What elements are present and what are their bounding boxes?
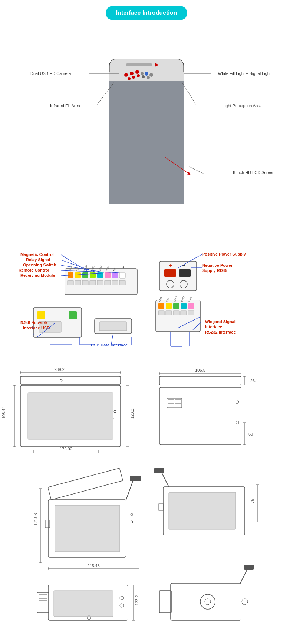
svg-text:239.2: 239.2 xyxy=(54,367,65,372)
svg-text:60: 60 xyxy=(248,432,253,436)
svg-text:245.48: 245.48 xyxy=(87,564,100,568)
svg-rect-93 xyxy=(173,303,179,309)
page-header: Interface Introduction xyxy=(0,0,293,24)
svg-rect-99 xyxy=(181,310,187,315)
dimensions-diagram: 239.2 108.44 123.2 173.02 105.5 xyxy=(0,365,293,454)
svg-rect-186 xyxy=(54,591,113,617)
svg-point-8 xyxy=(141,72,144,75)
svg-point-197 xyxy=(205,599,211,605)
svg-text:+: + xyxy=(169,262,173,269)
svg-rect-74 xyxy=(37,311,45,319)
svg-point-7 xyxy=(135,70,139,74)
svg-rect-97 xyxy=(166,310,172,315)
svg-line-25 xyxy=(189,167,204,174)
svg-rect-38 xyxy=(90,280,96,285)
svg-rect-115 xyxy=(20,376,121,384)
svg-text:Negative Power: Negative Power xyxy=(202,263,233,267)
angled-diagram: 121.96 245.48 75 xyxy=(0,466,293,630)
svg-rect-95 xyxy=(188,303,194,309)
svg-text:Remote Control: Remote Control xyxy=(19,268,49,272)
svg-text:26.1: 26.1 xyxy=(250,378,258,383)
svg-point-5 xyxy=(124,73,128,77)
svg-point-15 xyxy=(147,76,150,79)
svg-rect-37 xyxy=(82,280,88,285)
svg-rect-36 xyxy=(75,280,81,285)
svg-text:Magnetic Control: Magnetic Control xyxy=(20,252,54,257)
svg-rect-150 xyxy=(175,400,181,403)
svg-text:123.2: 123.2 xyxy=(135,595,139,605)
interface-diagram: PUSH GND PUSH GND COM COM NC ✦ Magnetic … xyxy=(0,224,293,358)
svg-point-6 xyxy=(130,72,134,75)
svg-rect-35 xyxy=(68,280,73,285)
svg-rect-98 xyxy=(173,310,179,315)
svg-point-123 xyxy=(114,403,116,405)
svg-point-198 xyxy=(242,599,248,605)
svg-rect-194 xyxy=(171,583,241,620)
svg-rect-161 xyxy=(48,468,123,500)
svg-point-167 xyxy=(131,521,133,523)
svg-text:RS232 Interface: RS232 Interface xyxy=(205,330,236,334)
svg-point-187 xyxy=(120,596,124,600)
svg-line-199 xyxy=(240,568,248,583)
svg-rect-96 xyxy=(158,310,164,315)
svg-point-166 xyxy=(131,513,133,516)
svg-point-9 xyxy=(145,72,148,76)
svg-rect-34 xyxy=(119,272,125,278)
svg-rect-39 xyxy=(97,280,103,285)
svg-rect-180 xyxy=(169,492,236,529)
svg-text:75: 75 xyxy=(250,499,255,503)
svg-rect-40 xyxy=(105,280,111,285)
svg-text:Interface: Interface xyxy=(205,325,222,329)
svg-rect-168 xyxy=(45,520,50,528)
svg-rect-3 xyxy=(126,63,152,66)
svg-point-10 xyxy=(149,73,153,77)
svg-rect-28 xyxy=(75,272,81,278)
svg-rect-181 xyxy=(159,503,163,511)
device-diagram xyxy=(0,24,293,220)
svg-text:✦: ✦ xyxy=(122,265,125,269)
angled-views-section: 121.96 245.48 75 xyxy=(0,463,293,638)
svg-rect-142 xyxy=(159,376,241,385)
svg-rect-33 xyxy=(112,272,118,278)
svg-rect-195 xyxy=(159,591,171,613)
svg-rect-64 xyxy=(164,269,176,277)
svg-rect-149 xyxy=(168,400,174,403)
svg-point-196 xyxy=(200,594,215,609)
svg-line-163 xyxy=(126,479,134,500)
svg-text:Relay Signal: Relay Signal xyxy=(26,257,50,262)
dimensions-section: 239.2 108.44 123.2 173.02 105.5 xyxy=(0,358,293,463)
svg-text:108.44: 108.44 xyxy=(1,406,6,419)
svg-rect-164 xyxy=(130,476,141,481)
svg-rect-75 xyxy=(69,311,77,319)
interface-section: PUSH GND PUSH GND COM COM NC ✦ Magnetic … xyxy=(0,224,293,358)
svg-rect-165 xyxy=(55,505,120,552)
svg-text:Interface USB: Interface USB xyxy=(23,326,50,330)
svg-text:123.2: 123.2 xyxy=(130,408,134,419)
svg-rect-185 xyxy=(39,601,47,605)
svg-text:105.5: 105.5 xyxy=(195,368,205,372)
svg-text:Receiving  Module: Receiving Module xyxy=(20,273,55,277)
svg-rect-92 xyxy=(166,303,172,309)
svg-text:USB Data Interface: USB Data Interface xyxy=(91,343,128,347)
svg-point-116 xyxy=(60,379,62,381)
svg-point-152 xyxy=(236,421,239,424)
page-title: Interface Introduction xyxy=(106,6,187,20)
svg-text:Supply RD45: Supply RD45 xyxy=(202,268,227,273)
svg-point-14 xyxy=(142,75,145,78)
svg-rect-41 xyxy=(112,280,118,285)
device-section: Dual USB HD Camera Infrared Fill Area Wh… xyxy=(0,24,293,220)
svg-text:RJ45 Network: RJ45 Network xyxy=(20,321,48,325)
svg-rect-65 xyxy=(179,269,191,277)
svg-point-188 xyxy=(120,604,124,607)
svg-rect-122 xyxy=(28,393,113,439)
svg-rect-147 xyxy=(159,387,241,445)
svg-point-124 xyxy=(114,410,116,413)
svg-text:Wiegand Signal: Wiegand Signal xyxy=(205,319,236,324)
svg-rect-16 xyxy=(109,80,184,204)
svg-rect-100 xyxy=(188,310,194,315)
svg-rect-30 xyxy=(90,272,96,278)
svg-point-12 xyxy=(132,76,135,79)
svg-point-13 xyxy=(137,74,140,77)
svg-line-178 xyxy=(161,472,169,487)
svg-rect-29 xyxy=(82,272,88,278)
